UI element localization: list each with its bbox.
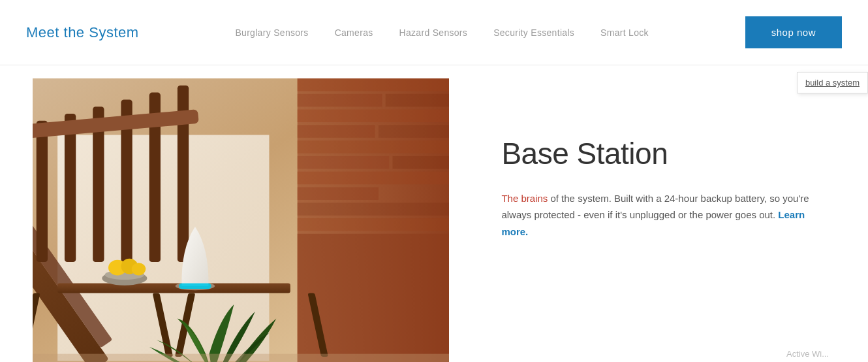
- header: Meet the System Burglary Sensors Cameras…: [0, 0, 868, 65]
- svg-rect-38: [33, 354, 449, 362]
- svg-rect-14: [298, 203, 450, 215]
- staircase-svg: [33, 78, 449, 362]
- svg-rect-13: [298, 187, 379, 199]
- svg-rect-19: [37, 121, 48, 262]
- svg-rect-5: [386, 94, 450, 107]
- product-title: Base Station: [501, 137, 829, 171]
- nav-cameras[interactable]: Cameras: [335, 27, 373, 38]
- desc-text-main: of the system. Built with a 24-hour back…: [501, 193, 809, 221]
- svg-rect-4: [298, 94, 382, 107]
- svg-rect-9: [298, 140, 450, 153]
- nav-hazard-sensors[interactable]: Hazard Sensors: [399, 27, 468, 38]
- shop-now-button[interactable]: shop now: [745, 16, 842, 48]
- svg-rect-11: [393, 156, 450, 169]
- svg-rect-10: [298, 156, 390, 169]
- desc-highlight-red: The brains: [501, 193, 548, 204]
- nav-burglary-sensors[interactable]: Burglary Sensors: [235, 27, 308, 38]
- svg-point-35: [132, 263, 146, 275]
- build-system-link[interactable]: build a system: [797, 72, 868, 93]
- svg-rect-20: [65, 114, 76, 262]
- svg-rect-6: [298, 110, 450, 122]
- svg-rect-8: [379, 125, 449, 137]
- nav-smart-lock[interactable]: Smart Lock: [600, 27, 649, 38]
- svg-rect-37: [179, 283, 211, 289]
- logo[interactable]: Meet the System: [26, 24, 139, 41]
- product-description: The brains of the system. Built with a 2…: [501, 190, 814, 240]
- hero-image: [33, 78, 449, 362]
- svg-rect-15: [298, 218, 450, 231]
- svg-rect-26: [57, 283, 290, 293]
- main-nav: Burglary Sensors Cameras Hazard Sensors …: [139, 27, 745, 38]
- main-content: build a system Base Station The brains o…: [0, 65, 868, 362]
- svg-rect-7: [298, 125, 375, 137]
- nav-security-essentials[interactable]: Security Essentials: [493, 27, 574, 38]
- hero-image-section: [33, 78, 449, 362]
- right-content: build a system Base Station The brains o…: [449, 65, 868, 362]
- svg-rect-3: [298, 78, 450, 91]
- bottom-hint: Active Wi...: [786, 349, 829, 359]
- logo-text: Meet the System: [26, 24, 139, 41]
- svg-rect-12: [298, 172, 450, 184]
